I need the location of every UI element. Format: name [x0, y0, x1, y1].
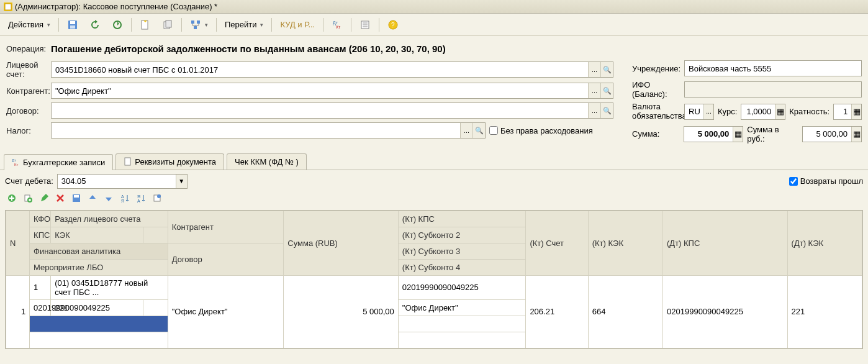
h-ktkek[interactable]: (Кт) КЭК	[588, 211, 662, 275]
ifo-field[interactable]	[684, 81, 862, 98]
cell-kfo[interactable]: 1	[30, 275, 51, 299]
h-contract[interactable]: Договор	[168, 243, 284, 275]
institution-label: Учреждение:	[632, 64, 680, 73]
help-icon[interactable]: ?	[383, 17, 403, 33]
sort-desc-icon[interactable]: ЯА	[134, 191, 148, 205]
cell-finanalytics[interactable]	[30, 316, 168, 332]
h-ktsub3[interactable]: (Кт) Субконто 3	[398, 243, 526, 259]
ellipsis-icon[interactable]: ...	[588, 62, 600, 77]
account-field[interactable]: ... 🔍	[51, 61, 613, 78]
contract-field[interactable]: ... 🔍	[51, 102, 613, 119]
cell-ktsub4[interactable]	[398, 332, 526, 348]
save-icon[interactable]	[70, 191, 83, 205]
cell-dtkek[interactable]: 221	[787, 275, 862, 348]
add-copy-icon[interactable]	[21, 191, 35, 205]
h-section[interactable]: Раздел лицевого счета	[51, 211, 168, 227]
search-icon[interactable]: 🔍	[600, 62, 613, 77]
tab-accounting[interactable]: ДтКт Бухгалтерские записи	[4, 154, 113, 170]
kudip-button[interactable]: КУД и Р...	[276, 17, 319, 32]
up-icon[interactable]	[86, 191, 99, 205]
account-input[interactable]	[52, 62, 588, 77]
add-icon[interactable]	[5, 191, 19, 205]
search-icon[interactable]: 🔍	[600, 83, 613, 98]
currency-field[interactable]: ...	[684, 104, 714, 120]
tab-details[interactable]: Реквизиты документа	[115, 153, 224, 170]
debit-input[interactable]	[58, 175, 176, 188]
returns-input[interactable]	[789, 177, 798, 186]
goto-menu[interactable]: Перейти	[220, 17, 268, 32]
h-dtkps[interactable]: (Дт) КПС	[663, 211, 788, 275]
cell-kps[interactable]: 02019990090049225	[30, 299, 51, 316]
tb-save-icon[interactable]	[63, 17, 83, 33]
calc-icon[interactable]: ▦	[851, 127, 861, 142]
calc-icon[interactable]: ▦	[851, 104, 861, 119]
h-finanalytics[interactable]: Финансовая аналитика	[30, 243, 168, 259]
search-icon[interactable]: 🔍	[600, 103, 613, 118]
table-row[interactable]: 1 1 (01) 03451D18777 новый счет ПБС ... …	[6, 275, 862, 299]
cell-dtkps[interactable]: 02019990090049225	[663, 275, 788, 348]
calc-icon[interactable]: ▦	[733, 127, 743, 142]
h-kek[interactable]: КЭК	[51, 227, 143, 243]
sum-input[interactable]	[684, 127, 733, 142]
tb-doc-icon[interactable]	[135, 17, 155, 33]
cell-ktsub3[interactable]	[398, 316, 526, 332]
counterparty-field[interactable]: ... 🔍	[51, 83, 613, 99]
tb-list-icon[interactable]	[355, 17, 375, 33]
ellipsis-icon[interactable]: ...	[460, 123, 472, 138]
cell-sum[interactable]: 5 000,00	[284, 275, 399, 348]
actions-menu[interactable]: Действия	[4, 17, 55, 32]
cell-ktacc[interactable]: 206.21	[526, 275, 588, 348]
delete-icon[interactable]	[53, 191, 67, 205]
currency-input[interactable]	[685, 104, 703, 119]
cell-n[interactable]: 1	[6, 275, 30, 348]
edit-icon[interactable]	[37, 191, 51, 205]
ellipsis-icon[interactable]: ...	[703, 104, 713, 119]
h-kfo[interactable]: КФО	[30, 211, 51, 227]
ellipsis-icon[interactable]: ...	[588, 83, 600, 98]
cell-section[interactable]: (01) 03451D18777 новый счет ПБС ...	[51, 275, 168, 299]
ifo-input[interactable]	[685, 82, 861, 97]
chevron-down-icon[interactable]: ▼	[176, 175, 187, 188]
tb-copy-icon[interactable]	[158, 17, 178, 33]
h-kps[interactable]: КПС	[30, 227, 51, 243]
tax-field[interactable]: ... 🔍	[51, 122, 486, 139]
debit-combo[interactable]: ▼	[57, 174, 188, 189]
calc-icon[interactable]: ▦	[775, 104, 785, 119]
no-spending-input[interactable]	[489, 126, 498, 135]
cell-ktkek[interactable]: 664	[588, 275, 662, 348]
h-ktkps[interactable]: (Кт) КПС	[398, 211, 526, 227]
no-spending-checkbox[interactable]: Без права расходования	[489, 126, 593, 135]
cell-ktkps[interactable]: 02019990090049225	[398, 275, 526, 299]
institution-input[interactable]	[685, 61, 861, 76]
h-lbo[interactable]: Мероприятие ЛБО	[30, 259, 168, 275]
sort-asc-icon[interactable]: АЯ	[118, 191, 132, 205]
titlebar: (Администратор): Кассовое поступление (С…	[0, 0, 868, 14]
settings-icon[interactable]	[150, 191, 164, 205]
tb-reload-icon[interactable]	[107, 17, 127, 33]
cell-lbo[interactable]	[30, 332, 168, 348]
h-ktsub2[interactable]: (Кт) Субконто 2	[398, 227, 526, 243]
tb-dtkt-icon[interactable]: ДтКт	[327, 17, 347, 33]
h-dtkek[interactable]: (Дт) КЭК	[787, 211, 862, 275]
tb-struct-icon[interactable]	[186, 17, 212, 33]
ellipsis-icon[interactable]: ...	[588, 103, 600, 118]
contract-input[interactable]	[52, 103, 588, 118]
tb-refresh-icon[interactable]	[85, 17, 105, 33]
returns-checkbox[interactable]: Возвраты прошл	[789, 176, 863, 186]
cell-ktsub2[interactable]: "Офис Директ"	[398, 299, 526, 316]
cell-counterparty[interactable]: "Офис Директ"	[168, 275, 284, 348]
h-ktacc[interactable]: (Кт) Счет	[526, 211, 588, 275]
search-icon[interactable]: 🔍	[472, 123, 485, 138]
h-ktsub4[interactable]: (Кт) Субконто 4	[398, 259, 526, 275]
counterparty-input[interactable]	[52, 83, 588, 98]
grid[interactable]: N КФО Раздел лицевого счета Контрагент С…	[5, 210, 863, 349]
h-sum[interactable]: Сумма (RUB)	[284, 211, 399, 275]
institution-field[interactable]	[684, 60, 862, 76]
down-icon[interactable]	[102, 191, 115, 205]
svg-text:Кт: Кт	[336, 25, 341, 29]
h-counterparty[interactable]: Контрагент	[168, 211, 284, 243]
sum-field[interactable]: ▦	[684, 126, 743, 142]
h-n[interactable]: N	[6, 211, 30, 275]
tab-check[interactable]: Чек ККМ (ФД № )	[227, 153, 307, 170]
tax-input[interactable]	[52, 123, 460, 138]
